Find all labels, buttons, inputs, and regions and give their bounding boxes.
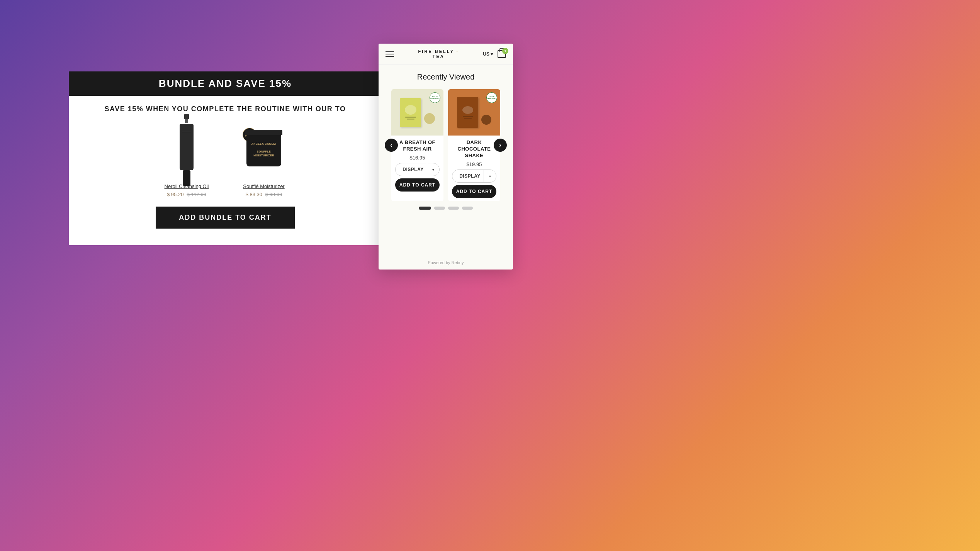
- bundle-product-neroli: Neroli Cleansing Oil $ 95.20 $ 112.00: [163, 121, 210, 197]
- fresh-air-add-to-cart-button[interactable]: ADD TO CART: [395, 178, 440, 192]
- dark-choc-add-to-cart-button[interactable]: ADD TO CART: [452, 185, 496, 198]
- souffle-sale-price: $ 83.30: [246, 192, 262, 197]
- header-right: US 1: [483, 50, 506, 58]
- souffle-product-image: COSMOPOLITAN ANGELA CAGLIASOUFFLÉMOISTUR…: [241, 121, 287, 179]
- firebelly-panel: FIRE BELLY · TEA US 1 Recently Viewed ‹: [379, 44, 513, 270]
- powered-by-footer: Powered by Rebuy: [379, 258, 513, 270]
- dark-choc-packet: [457, 97, 478, 128]
- fresh-air-name: A BREATH OF FRESH AIR: [395, 139, 440, 153]
- fresh-air-packet: [400, 98, 421, 127]
- locale-chevron-icon: [491, 51, 493, 57]
- fresh-air-dropdown-icon[interactable]: ▾: [427, 163, 439, 176]
- carousel-next-button[interactable]: ›: [494, 139, 507, 152]
- bundle-products: Neroli Cleansing Oil $ 95.20 $ 112.00 CO…: [69, 121, 382, 197]
- bundle-banner-text: BUNDLE AND SAVE 15%: [69, 71, 382, 96]
- souffle-original-price: $ 98.00: [265, 192, 282, 197]
- fresh-air-price: $16.95: [395, 155, 440, 161]
- organic-badge-fresh-air: USDAORGANIC: [430, 92, 440, 103]
- bundle-panel: BUNDLE AND SAVE 15% SAVE 15% WHEN YOU CO…: [69, 71, 382, 245]
- cart-badge: 1: [502, 48, 508, 54]
- souffle-jar: ANGELA CAGLIASOUFFLÉMOISTURIZER: [246, 134, 281, 166]
- dark-choc-dropdown-icon[interactable]: ▾: [484, 170, 496, 182]
- bundle-subtitle: SAVE 15% WHEN YOU COMPLETE THE ROUTINE W…: [69, 96, 382, 121]
- product-card-fresh-air: USDAORGANIC: [391, 89, 443, 201]
- dark-choc-image: USDAORGANIC: [448, 89, 500, 136]
- product-list: USDAORGANIC: [391, 89, 500, 201]
- jar-label: ANGELA CAGLIASOUFFLÉMOISTURIZER: [250, 141, 278, 159]
- souffle-product-name[interactable]: Soufflé Moisturizer: [243, 183, 284, 189]
- locale-selector[interactable]: US: [483, 51, 493, 57]
- dark-choc-info: DARK CHOCOLATE SHAKE $19.95 DISPLAY ▾ AD…: [448, 136, 500, 201]
- organic-badge-dark-choc: USDAORGANIC: [486, 92, 497, 103]
- firebelly-header: FIRE BELLY · TEA US 1: [379, 44, 513, 65]
- pagination-dot-1[interactable]: [419, 207, 431, 210]
- neroli-sale-price: $ 95.20: [167, 192, 183, 197]
- neroli-product-image: [163, 121, 210, 179]
- dark-choc-display-label: DISPLAY: [452, 173, 484, 179]
- product-carousel: ‹ USDAORGANIC: [385, 89, 507, 201]
- fresh-air-display-label: DISPLAY: [396, 167, 427, 172]
- jar-lid: [245, 130, 282, 135]
- neroli-product-price: $ 95.20 $ 112.00: [167, 192, 206, 197]
- pagination-dot-4[interactable]: [462, 207, 473, 210]
- pagination-dot-2[interactable]: [434, 207, 445, 210]
- dark-choc-display-select[interactable]: DISPLAY ▾: [452, 170, 496, 183]
- souffle-product-price: $ 83.30 $ 98.00: [246, 192, 282, 197]
- cart-button[interactable]: 1: [498, 50, 506, 58]
- add-bundle-button[interactable]: ADD BUNDLE TO CART: [156, 207, 295, 229]
- fresh-air-image: USDAORGANIC: [391, 89, 443, 136]
- dark-choc-name: DARK CHOCOLATE SHAKE: [452, 139, 496, 159]
- menu-icon[interactable]: [386, 51, 394, 57]
- dark-choc-price: $19.95: [452, 161, 496, 167]
- pagination-dot-3[interactable]: [448, 207, 459, 210]
- neroli-original-price: $ 112.00: [187, 192, 206, 197]
- firebelly-logo: FIRE BELLY · TEA: [418, 49, 459, 59]
- firebelly-body: Recently Viewed ‹ USDAORGANIC: [379, 65, 513, 258]
- recently-viewed-title: Recently Viewed: [385, 73, 507, 81]
- bundle-product-souffle: COSMOPOLITAN ANGELA CAGLIASOUFFLÉMOISTUR…: [241, 121, 287, 197]
- fresh-air-display-select[interactable]: DISPLAY ▾: [395, 163, 440, 176]
- carousel-pagination: [385, 201, 507, 214]
- fresh-air-info: A BREATH OF FRESH AIR $16.95 DISPLAY ▾ A…: [391, 136, 443, 195]
- carousel-prev-button[interactable]: ‹: [385, 139, 398, 152]
- product-card-dark-choc: USDAORGANIC: [448, 89, 500, 201]
